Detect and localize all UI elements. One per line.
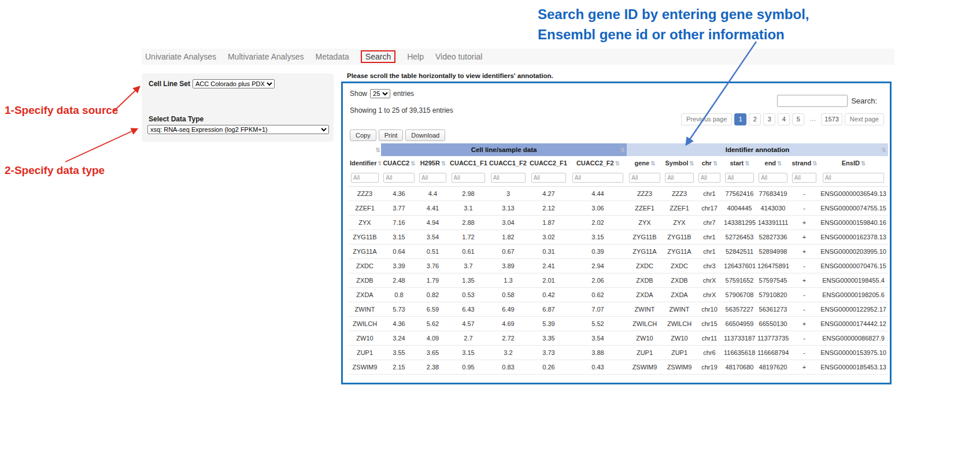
data-type-select[interactable]: xsq: RNA-seq Expression (log2 FPKM+1) — [147, 125, 329, 134]
column-header-chr[interactable]: chr⇅ — [696, 156, 723, 170]
cell: ZZZ3 — [663, 186, 696, 201]
cell: - — [790, 186, 819, 201]
main-nav: Univariate AnalysesMultivariate Analyses… — [142, 49, 894, 65]
page: Search gene ID by entering gene symbol, … — [0, 0, 980, 459]
download-button[interactable]: Download — [405, 129, 445, 141]
page-button-3[interactable]: 3 — [763, 113, 775, 125]
filter-input-identifier[interactable] — [351, 173, 379, 183]
previous-page-button[interactable]: Previous page — [681, 113, 732, 125]
filter-input-start[interactable] — [725, 173, 754, 183]
cell: 126437601 — [723, 258, 756, 273]
page-button-1573[interactable]: 1573 — [821, 113, 842, 125]
copy-button[interactable]: Copy — [350, 129, 376, 141]
cell: - — [790, 331, 819, 345]
column-header-h295r[interactable]: H295R⇅ — [417, 156, 449, 170]
page-length-select[interactable]: 25 — [370, 89, 390, 98]
column-header-gene[interactable]: gene⇅ — [627, 156, 663, 170]
cell: 6.43 — [449, 302, 488, 316]
filter-input-cuacc1_f2[interactable] — [491, 173, 526, 183]
cell: 4.44 — [569, 186, 627, 201]
nav-item-metadata[interactable]: Metadata — [315, 52, 349, 61]
column-header-cuacc1_f1[interactable]: CUACC1_F1⇅ — [449, 156, 488, 170]
cell: ZWILCH — [349, 316, 381, 331]
cell: 48197620 — [756, 360, 790, 374]
sort-icon: ⇅ — [411, 160, 415, 166]
cell: 52894998 — [756, 244, 790, 258]
column-header-ensid[interactable]: EnsID⇅ — [819, 156, 888, 170]
cell: ENSG00000070476.15 — [819, 258, 888, 273]
column-header-strand[interactable]: strand⇅ — [790, 156, 819, 170]
corner-sort-header[interactable]: ⇅ — [349, 143, 381, 156]
cell: 6.87 — [528, 302, 569, 316]
page-button-2[interactable]: 2 — [749, 113, 761, 125]
print-button[interactable]: Print — [379, 129, 404, 141]
cell: 77562416 — [723, 186, 756, 201]
filter-input-chr[interactable] — [698, 173, 721, 183]
cell: 3.13 — [488, 201, 528, 215]
cell: 3.7 — [449, 258, 488, 273]
cell: ZXDC — [627, 258, 663, 273]
nav-item-help[interactable]: Help — [407, 52, 424, 61]
page-button-5[interactable]: 5 — [792, 113, 804, 125]
filter-input-cuacc2_f1[interactable] — [531, 173, 567, 183]
page-button-1[interactable]: 1 — [734, 113, 746, 125]
cell: 116668794 — [756, 345, 790, 360]
cell: ZXDA — [663, 287, 696, 302]
cell: 2.94 — [569, 258, 627, 273]
column-header-cuacc2_f2[interactable]: CUACC2_F2⇅ — [569, 156, 627, 170]
filter-input-symbol[interactable] — [665, 173, 694, 183]
filter-input-ensid[interactable] — [823, 173, 885, 183]
cell: ZYG11B — [349, 230, 381, 244]
cell: ENSG00000185453.13 — [819, 360, 888, 374]
cell: 6.59 — [417, 302, 449, 316]
column-header-cuacc2[interactable]: CUACC2⇅ — [381, 156, 417, 170]
cell: 0.43 — [569, 360, 627, 374]
column-header-end[interactable]: end⇅ — [756, 156, 790, 170]
column-header-cuacc2_f1[interactable]: CUACC2_F1⇅ — [528, 156, 569, 170]
filter-input-cuacc2[interactable] — [383, 173, 414, 183]
table-search-input[interactable] — [777, 95, 848, 107]
cell: 3.15 — [569, 230, 627, 244]
cell-line-set-select[interactable]: ACC Colorado plus PDX — [193, 79, 275, 88]
cell: 2.7 — [449, 331, 488, 345]
sort-icon: ⇅ — [713, 160, 717, 166]
filter-input-strand[interactable] — [792, 173, 816, 183]
filter-input-cuacc2_f2[interactable] — [572, 173, 623, 183]
filter-input-h295r[interactable] — [419, 173, 446, 183]
cell: 48170680 — [723, 360, 756, 374]
cell: 7.07 — [569, 302, 627, 316]
cell: ZXDA — [627, 287, 663, 302]
nav-item-multivariate-analyses[interactable]: Multivariate Analyses — [228, 52, 304, 61]
nav-item-search[interactable]: Search — [361, 50, 395, 63]
cell: ZYX — [349, 215, 381, 230]
sort-icon: ⇅ — [528, 160, 528, 166]
nav-item-video-tutorial[interactable]: Video tutorial — [435, 52, 482, 61]
filter-input-cuacc1_f1[interactable] — [452, 173, 486, 183]
cell: chr3 — [696, 258, 723, 273]
cell: chr1 — [696, 230, 723, 244]
cell: 3.06 — [569, 201, 627, 215]
step2-annotation: 2-Specify data type — [5, 164, 105, 177]
nav-item-univariate-analyses[interactable]: Univariate Analyses — [145, 52, 216, 61]
cell: ENSG00000162378.13 — [819, 230, 888, 244]
column-header-identifier[interactable]: Identifier⇅ — [349, 156, 381, 170]
search-hint-annotation: Search gene ID by entering gene symbol, … — [538, 5, 861, 45]
column-header-start[interactable]: start⇅ — [723, 156, 756, 170]
page-button-4[interactable]: 4 — [778, 113, 790, 125]
results-table: ⇅Cell line/sample data⇅Identifier annota… — [349, 143, 888, 375]
cell: 3.1 — [449, 201, 488, 215]
next-page-button[interactable]: Next page — [845, 113, 884, 125]
data-source-panel: Cell Line Set ACC Colorado plus PDX Sele… — [142, 73, 334, 142]
cell: ZYX — [663, 215, 696, 230]
cell: ZW10 — [663, 331, 696, 345]
sort-icon: ⇅ — [745, 160, 749, 166]
cell: + — [790, 316, 819, 331]
column-header-cuacc1_f2[interactable]: CUACC1_F2⇅ — [488, 156, 528, 170]
table-row: ZWILCH4.365.624.574.695.395.52ZWILCHZWIL… — [349, 316, 888, 331]
cell: 0.82 — [417, 287, 449, 302]
cell: ZYX — [627, 215, 663, 230]
column-header-symbol[interactable]: Symbol⇅ — [663, 156, 696, 170]
cell: 52842511 — [723, 244, 756, 258]
filter-input-gene[interactable] — [629, 173, 660, 183]
filter-input-end[interactable] — [759, 173, 787, 183]
